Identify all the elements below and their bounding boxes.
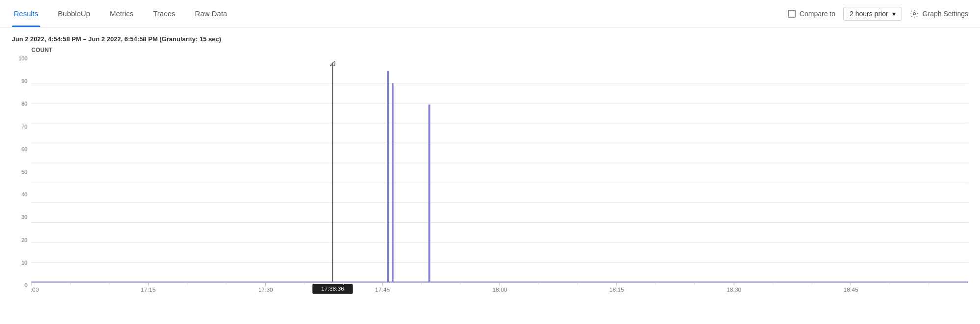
svg-text:⊿: ⊿ bbox=[328, 57, 337, 68]
svg-point-0 bbox=[913, 12, 915, 15]
y-axis: 100 90 80 70 60 50 40 30 20 10 0 bbox=[12, 55, 31, 301]
minor-tick-marks bbox=[70, 282, 929, 285]
chart-wrapper: 100 90 80 70 60 50 40 30 20 10 0 bbox=[12, 55, 968, 301]
chart-ylabel: COUNT bbox=[31, 47, 968, 54]
compare-control: Compare to bbox=[788, 10, 835, 18]
chart-plot[interactable]: ⊿ 17:00 17:15 17:30 bbox=[31, 55, 968, 301]
tab-results[interactable]: Results bbox=[12, 0, 40, 27]
header: Results BubbleUp Metrics Traces Raw Data… bbox=[0, 0, 980, 27]
chart-time-range: Jun 2 2022, 4:54:58 PM – Jun 2 2022, 6:5… bbox=[12, 35, 968, 43]
tab-traces[interactable]: Traces bbox=[151, 0, 177, 27]
grid-lines bbox=[31, 83, 968, 283]
header-controls: Compare to 2 hours prior ▾ Graph Setting… bbox=[788, 7, 968, 21]
graph-settings-button[interactable]: Graph Settings bbox=[910, 9, 968, 18]
x-tick-marks bbox=[31, 282, 851, 286]
compare-checkbox[interactable] bbox=[788, 10, 796, 18]
svg-text:18:15: 18:15 bbox=[609, 286, 625, 293]
chevron-down-icon: ▾ bbox=[892, 10, 896, 18]
tab-bar: Results BubbleUp Metrics Traces Raw Data bbox=[12, 0, 229, 27]
tab-rawdata[interactable]: Raw Data bbox=[193, 0, 229, 27]
chart-svg: ⊿ 17:00 17:15 17:30 bbox=[31, 55, 968, 301]
svg-text:17:15: 17:15 bbox=[141, 286, 156, 293]
tab-metrics[interactable]: Metrics bbox=[108, 0, 135, 27]
compare-select[interactable]: 2 hours prior ▾ bbox=[843, 7, 902, 21]
svg-text:17:30: 17:30 bbox=[258, 286, 274, 293]
tab-bubbleup[interactable]: BubbleUp bbox=[56, 0, 92, 27]
gear-icon bbox=[910, 9, 919, 18]
svg-text:18:45: 18:45 bbox=[844, 286, 859, 293]
svg-text:17:45: 17:45 bbox=[375, 286, 390, 293]
cursor-time-label: 17:38:36 bbox=[321, 286, 344, 292]
chart-container: Jun 2 2022, 4:54:58 PM – Jun 2 2022, 6:5… bbox=[0, 27, 980, 301]
svg-text:17:00: 17:00 bbox=[31, 286, 39, 293]
svg-text:18:30: 18:30 bbox=[727, 286, 742, 293]
svg-text:18:00: 18:00 bbox=[492, 286, 507, 293]
x-axis-ticks: 17:00 17:15 17:30 17:45 18:00 18:15 18:3… bbox=[31, 286, 858, 293]
pin-icon: ⊿ bbox=[328, 57, 337, 68]
